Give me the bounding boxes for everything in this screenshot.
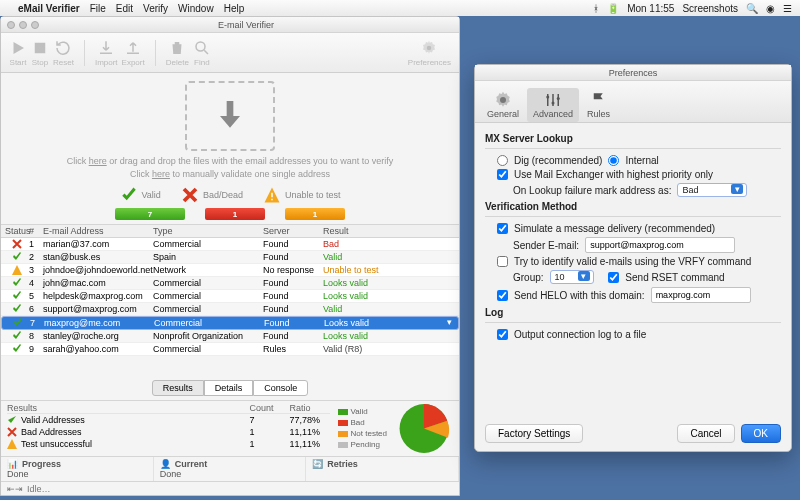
hint-text: Click here or drag and drop the files wi… — [1, 155, 459, 180]
results-table[interactable]: Status # E-mail Address Type Server Resu… — [1, 224, 459, 376]
progress-icon: 📊 — [7, 459, 18, 469]
unable-bar: 1 — [285, 208, 345, 220]
bluetooth-icon[interactable]: ᚼ — [593, 3, 599, 14]
section-verif: Verification Method — [485, 201, 781, 212]
hint-link-2[interactable]: here — [152, 169, 170, 179]
reset-button[interactable]: Reset — [53, 39, 74, 67]
main-titlebar: E-mail Verifier — [1, 17, 459, 33]
bottom-status: 📊ProgressDone 👤CurrentDone 🔄Retries — [1, 456, 459, 481]
retries-icon: 🔄 — [312, 459, 323, 469]
tab-details[interactable]: Details — [204, 380, 254, 396]
export-button[interactable]: Export — [122, 39, 145, 67]
select-group[interactable]: 10 — [550, 270, 594, 284]
download-arrow-icon — [210, 96, 250, 136]
table-row[interactable]: 4john@mac.comCommercialFoundLooks valid — [1, 277, 459, 290]
prefs-tab-advanced[interactable]: Advanced — [527, 88, 579, 122]
svg-point-9 — [557, 97, 560, 100]
menu-file[interactable]: File — [90, 3, 106, 14]
tab-results[interactable]: Results — [152, 380, 204, 396]
menu-window[interactable]: Window — [178, 3, 214, 14]
menu-verify[interactable]: Verify — [143, 3, 168, 14]
expand-icon[interactable]: ⇤⇥ — [7, 484, 23, 494]
svg-point-8 — [552, 102, 555, 105]
check-mx-priority[interactable] — [497, 169, 508, 180]
check-simulate[interactable] — [497, 223, 508, 234]
check-log-file[interactable] — [497, 329, 508, 340]
battery-icon[interactable]: 🔋 — [607, 3, 619, 14]
table-row[interactable]: 2stan@busk.esSpainFoundValid — [1, 251, 459, 264]
radio-dig[interactable] — [497, 155, 508, 166]
bottom-tabs: Results Details Console — [1, 380, 459, 396]
factory-settings-button[interactable]: Factory Settings — [485, 424, 583, 443]
bad-bar: 1 — [205, 208, 265, 220]
statusbar: ⇤⇥Idle… — [1, 481, 459, 495]
stat-bad: Bad/Dead — [181, 186, 243, 204]
spotlight-icon[interactable]: 🔍 — [746, 3, 758, 14]
table-row[interactable]: 9sarah@yahoo.comCommercialRulesValid (R8… — [1, 343, 459, 356]
current-icon: 👤 — [160, 459, 171, 469]
gear-icon — [494, 91, 512, 109]
svg-point-7 — [546, 96, 549, 99]
warning-icon — [263, 186, 281, 204]
dropzone[interactable] — [185, 81, 275, 151]
svg-rect-0 — [35, 42, 46, 53]
delete-button[interactable]: Delete — [166, 39, 189, 67]
pie-chart — [389, 401, 459, 456]
table-row[interactable]: 3johndoe@johndoeworld.netNetworkNo respo… — [1, 264, 459, 277]
legend: Valid Bad Not tested Pending — [336, 401, 389, 456]
check-rset[interactable] — [608, 272, 619, 283]
stat-valid: Valid — [120, 186, 161, 204]
menu-edit[interactable]: Edit — [116, 3, 133, 14]
section-log: Log — [485, 307, 781, 318]
sender-email-field[interactable] — [585, 237, 735, 253]
stat-unable: Unable to test — [263, 186, 341, 204]
tab-console[interactable]: Console — [253, 380, 308, 396]
summary-panel: ResultsCountRatio Valid Addresses777,78%… — [1, 400, 459, 456]
traffic-lights[interactable] — [7, 21, 39, 29]
preferences-window: Preferences General Advanced Rules MX Se… — [474, 64, 792, 452]
main-window: E-mail Verifier Start Stop Reset Import … — [0, 16, 460, 496]
prefs-footer: Factory Settings Cancel OK — [475, 416, 791, 451]
siri-icon[interactable]: ◉ — [766, 3, 775, 14]
table-row[interactable]: 5helpdesk@maxprog.comCommercialFoundLook… — [1, 290, 459, 303]
notification-icon[interactable]: ☰ — [783, 3, 792, 14]
helo-domain-field[interactable] — [651, 287, 751, 303]
svg-point-1 — [196, 42, 205, 51]
check-icon — [120, 186, 138, 204]
warning-icon — [7, 439, 17, 449]
prefs-tab-rules[interactable]: Rules — [581, 88, 616, 122]
prefs-body: MX Server Lookup Dig (recommended) Inter… — [475, 123, 791, 416]
select-failure[interactable]: Bad — [677, 183, 747, 197]
svg-rect-4 — [271, 199, 273, 201]
sliders-icon — [544, 91, 562, 109]
ok-button[interactable]: OK — [741, 424, 781, 443]
prefs-tab-general[interactable]: General — [481, 88, 525, 122]
cancel-button[interactable]: Cancel — [677, 424, 734, 443]
clock[interactable]: Mon 11:55 — [627, 3, 674, 14]
table-header: Status # E-mail Address Type Server Resu… — [1, 224, 459, 238]
prefs-toolbar: General Advanced Rules — [475, 81, 791, 123]
radio-internal[interactable] — [608, 155, 619, 166]
x-icon — [181, 186, 199, 204]
menubar-app[interactable]: eMail Verifier — [18, 3, 80, 14]
check-helo[interactable] — [497, 290, 508, 301]
start-button[interactable]: Start — [9, 39, 27, 67]
stop-button[interactable]: Stop — [31, 39, 49, 67]
flag-icon — [590, 91, 608, 109]
menubar-extra[interactable]: Screenshots — [682, 3, 738, 14]
menu-help[interactable]: Help — [224, 3, 245, 14]
prefs-titlebar: Preferences — [475, 65, 791, 81]
valid-bar: 7 — [115, 208, 185, 220]
main-title: E-mail Verifier — [39, 20, 453, 30]
hint-link-1[interactable]: here — [89, 156, 107, 166]
table-row[interactable]: 7maxprog@me.comCommercialFoundLooks vali… — [1, 316, 459, 330]
find-button[interactable]: Find — [193, 39, 211, 67]
table-row[interactable]: 6support@maxprog.comCommercialFoundValid — [1, 303, 459, 316]
table-row[interactable]: 1marian@37.comCommercialFoundBad — [1, 238, 459, 251]
preferences-button[interactable]: Preferences — [408, 39, 451, 67]
stats-row: Valid Bad/Dead Unable to test — [1, 186, 459, 204]
table-row[interactable]: 8stanley@roche.orgNonprofit Organization… — [1, 330, 459, 343]
import-button[interactable]: Import — [95, 39, 118, 67]
check-vrfy[interactable] — [497, 256, 508, 267]
check-icon — [7, 415, 17, 425]
